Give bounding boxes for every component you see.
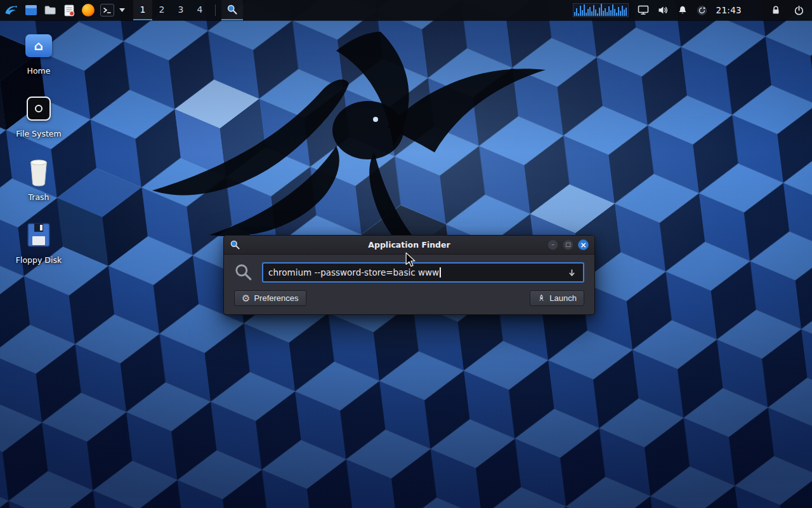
launch-button-label: Launch (549, 293, 577, 303)
workspace-1[interactable]: 1 (133, 0, 152, 20)
speaker-icon (658, 5, 669, 15)
desktop-icon-label: Floppy Disk (16, 256, 62, 265)
launch-icon (537, 294, 546, 302)
display-tray-button[interactable] (638, 5, 649, 15)
history-dropdown-button[interactable] (565, 269, 578, 277)
desktop-icon-trash[interactable]: Trash (9, 154, 69, 202)
application-finder-icon (226, 4, 238, 15)
text-editor-icon (63, 4, 75, 17)
updates-tray-button[interactable] (697, 5, 707, 16)
launcher-terminal[interactable] (98, 0, 117, 20)
application-finder-window: Application Finder – □ × chromium --pass… (223, 235, 595, 315)
logout-tray-button[interactable] (794, 5, 804, 16)
kali-logo-icon (3, 3, 18, 18)
power-icon (794, 5, 804, 16)
cpu-graph[interactable] (573, 3, 629, 17)
desktop-icon-file-system[interactable]: File System (9, 91, 69, 138)
launcher-file-manager[interactable] (22, 0, 41, 20)
finder-body: chromium --password-store=basic www ⚙ Pr… (224, 255, 594, 314)
panel-clock[interactable]: 21:43 (716, 5, 742, 15)
desktop-icon-home[interactable]: ⌂ Home (9, 28, 69, 76)
terminal-dropdown-button[interactable] (117, 0, 127, 20)
volume-tray-button[interactable] (658, 5, 669, 15)
update-icon (697, 5, 707, 16)
floppy-disk-icon (27, 223, 50, 247)
desktop-icon-label: Home (27, 67, 51, 76)
screen-lock-tray-button[interactable] (771, 5, 781, 15)
text-caret (440, 267, 441, 277)
trash-icon (27, 157, 51, 187)
panel-separator (215, 4, 216, 16)
maximize-button[interactable]: □ (563, 239, 573, 250)
firefox-icon (82, 4, 95, 17)
search-icon (234, 263, 253, 282)
home-icon: ⌂ (25, 34, 52, 57)
window-icon (230, 239, 240, 250)
gear-icon: ⚙ (242, 293, 250, 303)
titlebar[interactable]: Application Finder – □ × (224, 236, 594, 255)
file-manager-icon (25, 4, 37, 17)
desktop-icon-column: ⌂ Home File System Trash Floppy (9, 28, 69, 281)
folder-icon (44, 4, 56, 17)
minimize-button[interactable]: – (547, 239, 558, 250)
arrow-down-icon (568, 269, 576, 277)
workspace-2[interactable]: 2 (152, 0, 171, 20)
terminal-icon (100, 4, 114, 17)
file-system-icon (27, 97, 51, 121)
launch-button[interactable]: Launch (530, 290, 584, 306)
top-panel: 1 2 3 4 (0, 0, 812, 20)
lock-icon (771, 5, 781, 15)
workspace-switcher: 1 2 3 4 (133, 0, 209, 20)
desktop-icon-floppy-disk[interactable]: Floppy Disk (9, 217, 69, 265)
workspace-3[interactable]: 3 (171, 0, 190, 20)
chevron-down-icon (119, 8, 125, 12)
preferences-button-label: Preferences (254, 293, 298, 303)
taskbar-application-finder-button[interactable] (221, 0, 243, 20)
bell-icon (678, 5, 688, 15)
desktop-icon-label: File System (16, 130, 62, 138)
launcher-folder[interactable] (41, 0, 60, 20)
desktop-icon-label: Trash (28, 193, 49, 202)
window-title: Application Finder (224, 240, 594, 250)
search-input[interactable]: chromium --password-store=basic www (262, 262, 584, 283)
workspace-4[interactable]: 4 (190, 0, 209, 20)
launcher-text-editor[interactable] (60, 0, 79, 20)
launcher-firefox[interactable] (79, 0, 98, 20)
search-input-value: chromium --password-store=basic www (268, 267, 439, 277)
kali-menu-button[interactable] (0, 0, 22, 20)
display-icon (638, 5, 649, 15)
house-glyph: ⌂ (34, 38, 43, 53)
notifications-tray-button[interactable] (678, 5, 688, 15)
close-button[interactable]: × (578, 239, 589, 250)
preferences-button[interactable]: ⚙ Preferences (234, 290, 306, 306)
